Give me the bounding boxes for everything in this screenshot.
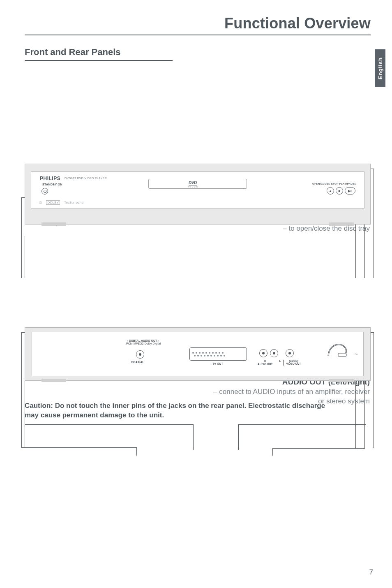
compact-disc-icon: ◎ xyxy=(39,201,42,204)
play-pause-icon: ▶II xyxy=(348,189,352,193)
page-title: Functional Overview xyxy=(224,15,371,32)
leader-line xyxy=(21,197,22,278)
audio-jack-l[interactable] xyxy=(270,349,278,357)
stop-glyph-icon: ■ xyxy=(339,189,341,193)
svg-rect-0 xyxy=(338,353,346,357)
leader-line xyxy=(25,236,25,278)
av-labels: RAUDIO OUT L (CVBS)VIDEO OUT xyxy=(258,360,301,366)
language-tab: English xyxy=(375,49,385,87)
title-rule xyxy=(25,35,371,35)
trusurround-logo: TruSurround xyxy=(64,201,83,204)
audio-jack-r[interactable] xyxy=(259,349,267,357)
section-rule xyxy=(25,60,173,61)
leader-line xyxy=(193,424,194,450)
device-foot xyxy=(42,379,66,382)
leader-line xyxy=(21,447,136,448)
section-heading: Front and Rear Panels xyxy=(25,47,371,58)
audio-sub: – connect to AUDIO inputs of an amplifie… xyxy=(205,387,370,406)
dolby-logo: DOLBY xyxy=(46,200,60,205)
leader-line xyxy=(238,424,239,450)
leader-line xyxy=(21,332,22,447)
leader-line xyxy=(238,424,366,425)
brand-model: DVD623 DVD VIDEO PLAYER xyxy=(65,177,107,180)
brand-logo: PHILIPS xyxy=(40,176,60,181)
device-foot xyxy=(329,379,354,382)
leader-line xyxy=(355,221,356,278)
format-logos: ◎ DOLBY TruSurround xyxy=(39,200,83,205)
device-foot xyxy=(42,222,66,226)
leader-line xyxy=(355,383,356,448)
leader-line xyxy=(25,424,193,425)
leader-line xyxy=(374,332,374,448)
ac-symbol: ~ xyxy=(355,351,358,357)
device-foot xyxy=(329,222,354,226)
stop-button[interactable]: ■ xyxy=(336,187,343,194)
digital-audio-out-label: ┌DIGITAL AUDIO OUT┐ PCM-MPEG2-Dolby Digi… xyxy=(126,339,161,345)
mains-cord xyxy=(327,339,356,357)
leader-line xyxy=(136,447,137,456)
scart-connector[interactable] xyxy=(189,347,247,361)
leader-line xyxy=(273,448,365,449)
front-panel-illustration: PHILIPS DVD623 DVD VIDEO PLAYER STANDBY-… xyxy=(25,164,371,225)
eject-icon: ▲ xyxy=(329,189,332,193)
power-icon: ⏻ xyxy=(43,190,46,193)
cvbs-jack[interactable] xyxy=(286,349,294,357)
standby-label: STANDBY-ON xyxy=(42,183,62,186)
control-labels: OPEN/CLOSE STOP PLAY/PAUSE xyxy=(312,182,356,185)
open-close-button[interactable]: ▲ xyxy=(327,187,334,194)
dvd-logo-sub: VIDEO xyxy=(188,185,199,188)
dvd-logo: DVD xyxy=(189,181,197,185)
page-number: 7 xyxy=(369,568,373,576)
coaxial-label: COAXIAL xyxy=(131,361,144,363)
play-pause-button[interactable]: ▶II xyxy=(345,187,355,194)
coaxial-jack[interactable] xyxy=(136,350,144,359)
tvout-label: TV OUT xyxy=(212,362,223,365)
leader-line xyxy=(374,169,374,278)
leader-line xyxy=(272,448,273,456)
rear-panel-illustration: ┌DIGITAL AUDIO OUT┐ PCM-MPEG2-Dolby Digi… xyxy=(25,327,371,381)
power-button[interactable]: ⏻ xyxy=(42,188,48,194)
